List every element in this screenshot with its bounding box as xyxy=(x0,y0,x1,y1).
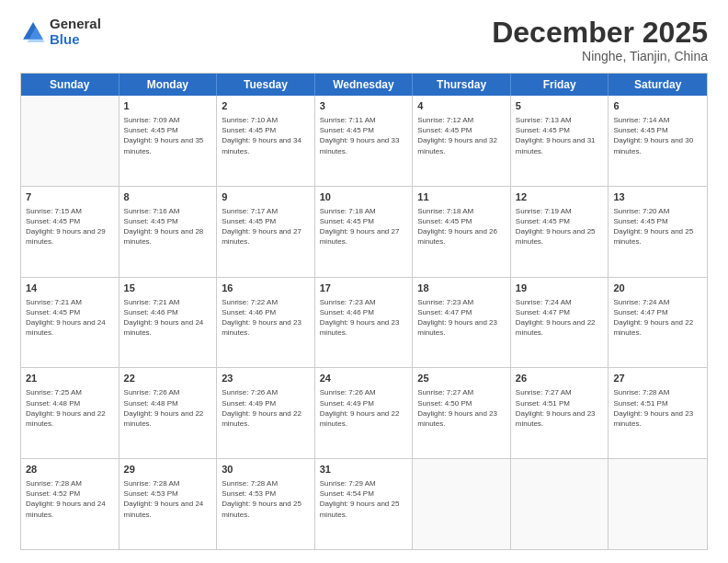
calendar-cell: 28Sunrise: 7:28 AM Sunset: 4:52 PM Dayli… xyxy=(21,459,119,549)
day-info: Sunrise: 7:27 AM Sunset: 4:50 PM Dayligh… xyxy=(417,387,506,429)
calendar-cell: 14Sunrise: 7:21 AM Sunset: 4:45 PM Dayli… xyxy=(21,278,119,368)
title-block: December 2025 Ninghe, Tianjin, China xyxy=(492,17,708,63)
day-info: Sunrise: 7:16 AM Sunset: 4:45 PM Dayligh… xyxy=(124,206,212,247)
day-info: Sunrise: 7:19 AM Sunset: 4:45 PM Dayligh… xyxy=(516,206,604,247)
header: General Blue December 2025 Ninghe, Tianj… xyxy=(20,17,708,63)
calendar-cell: 9Sunrise: 7:17 AM Sunset: 4:45 PM Daylig… xyxy=(217,187,315,277)
day-info: Sunrise: 7:10 AM Sunset: 4:45 PM Dayligh… xyxy=(222,115,310,156)
day-info: Sunrise: 7:18 AM Sunset: 4:45 PM Dayligh… xyxy=(417,206,506,247)
day-info: Sunrise: 7:15 AM Sunset: 4:45 PM Dayligh… xyxy=(26,206,114,247)
calendar-cell xyxy=(413,459,511,549)
day-info: Sunrise: 7:24 AM Sunset: 4:47 PM Dayligh… xyxy=(516,297,604,339)
calendar-cell: 2Sunrise: 7:10 AM Sunset: 4:45 PM Daylig… xyxy=(217,96,315,186)
calendar-header-cell: Saturday xyxy=(609,74,707,96)
calendar-cell: 10Sunrise: 7:18 AM Sunset: 4:45 PM Dayli… xyxy=(315,187,414,277)
day-info: Sunrise: 7:28 AM Sunset: 4:53 PM Dayligh… xyxy=(222,478,310,520)
day-number: 31 xyxy=(320,463,408,477)
logo-general: General xyxy=(50,17,101,32)
day-number: 1 xyxy=(124,99,212,113)
calendar-body: 1Sunrise: 7:09 AM Sunset: 4:45 PM Daylig… xyxy=(21,96,707,549)
calendar-cell: 3Sunrise: 7:11 AM Sunset: 4:45 PM Daylig… xyxy=(315,96,414,186)
calendar-cell xyxy=(609,459,707,549)
day-info: Sunrise: 7:25 AM Sunset: 4:48 PM Dayligh… xyxy=(26,387,114,429)
calendar-cell: 5Sunrise: 7:13 AM Sunset: 4:45 PM Daylig… xyxy=(511,96,609,186)
day-number: 23 xyxy=(222,372,310,385)
day-number: 15 xyxy=(124,282,212,295)
calendar-cell: 6Sunrise: 7:14 AM Sunset: 4:45 PM Daylig… xyxy=(609,96,707,186)
day-info: Sunrise: 7:24 AM Sunset: 4:47 PM Dayligh… xyxy=(613,297,702,339)
day-number: 2 xyxy=(222,99,310,113)
calendar-cell: 29Sunrise: 7:28 AM Sunset: 4:53 PM Dayli… xyxy=(119,459,218,549)
calendar-cell xyxy=(21,96,119,186)
day-info: Sunrise: 7:17 AM Sunset: 4:45 PM Dayligh… xyxy=(222,206,310,247)
calendar-week: 21Sunrise: 7:25 AM Sunset: 4:48 PM Dayli… xyxy=(21,368,707,459)
calendar-week: 28Sunrise: 7:28 AM Sunset: 4:52 PM Dayli… xyxy=(21,459,707,549)
day-number: 14 xyxy=(26,282,114,295)
calendar-cell: 19Sunrise: 7:24 AM Sunset: 4:47 PM Dayli… xyxy=(511,278,609,368)
day-info: Sunrise: 7:11 AM Sunset: 4:45 PM Dayligh… xyxy=(320,115,408,156)
day-number: 26 xyxy=(516,372,604,385)
calendar-header-cell: Tuesday xyxy=(217,74,315,96)
day-number: 22 xyxy=(124,372,212,385)
calendar-cell: 1Sunrise: 7:09 AM Sunset: 4:45 PM Daylig… xyxy=(119,96,218,186)
day-info: Sunrise: 7:14 AM Sunset: 4:45 PM Dayligh… xyxy=(613,115,702,156)
calendar-cell xyxy=(511,459,609,549)
day-info: Sunrise: 7:12 AM Sunset: 4:45 PM Dayligh… xyxy=(417,115,506,156)
day-info: Sunrise: 7:28 AM Sunset: 4:52 PM Dayligh… xyxy=(26,478,114,520)
day-number: 30 xyxy=(222,463,310,477)
page: General Blue December 2025 Ninghe, Tianj… xyxy=(0,0,728,563)
day-info: Sunrise: 7:27 AM Sunset: 4:51 PM Dayligh… xyxy=(516,387,604,429)
calendar-cell: 21Sunrise: 7:25 AM Sunset: 4:48 PM Dayli… xyxy=(21,368,119,458)
calendar-cell: 23Sunrise: 7:26 AM Sunset: 4:49 PM Dayli… xyxy=(217,368,315,458)
calendar-cell: 4Sunrise: 7:12 AM Sunset: 4:45 PM Daylig… xyxy=(413,96,511,186)
day-info: Sunrise: 7:26 AM Sunset: 4:49 PM Dayligh… xyxy=(222,387,310,429)
day-number: 7 xyxy=(26,190,114,204)
day-number: 4 xyxy=(417,99,506,113)
day-info: Sunrise: 7:20 AM Sunset: 4:45 PM Dayligh… xyxy=(613,206,702,247)
logo: General Blue xyxy=(20,17,101,47)
day-info: Sunrise: 7:26 AM Sunset: 4:48 PM Dayligh… xyxy=(124,387,212,429)
calendar-cell: 17Sunrise: 7:23 AM Sunset: 4:46 PM Dayli… xyxy=(315,278,414,368)
day-info: Sunrise: 7:26 AM Sunset: 4:49 PM Dayligh… xyxy=(320,387,408,429)
calendar-week: 7Sunrise: 7:15 AM Sunset: 4:45 PM Daylig… xyxy=(21,187,707,278)
day-number: 16 xyxy=(222,282,310,295)
calendar-cell: 27Sunrise: 7:28 AM Sunset: 4:51 PM Dayli… xyxy=(609,368,707,458)
day-number: 9 xyxy=(222,190,310,204)
day-info: Sunrise: 7:23 AM Sunset: 4:46 PM Dayligh… xyxy=(320,297,408,339)
day-number: 21 xyxy=(26,372,114,385)
day-number: 18 xyxy=(417,282,506,295)
calendar-cell: 22Sunrise: 7:26 AM Sunset: 4:48 PM Dayli… xyxy=(119,368,218,458)
calendar-header-cell: Sunday xyxy=(21,74,119,96)
day-info: Sunrise: 7:13 AM Sunset: 4:45 PM Dayligh… xyxy=(516,115,604,156)
day-info: Sunrise: 7:21 AM Sunset: 4:46 PM Dayligh… xyxy=(124,297,212,339)
day-number: 27 xyxy=(613,372,702,385)
day-info: Sunrise: 7:21 AM Sunset: 4:45 PM Dayligh… xyxy=(26,297,114,339)
logo-text: General Blue xyxy=(50,17,101,47)
logo-blue: Blue xyxy=(50,32,101,48)
calendar-cell: 16Sunrise: 7:22 AM Sunset: 4:46 PM Dayli… xyxy=(217,278,315,368)
day-number: 19 xyxy=(516,282,604,295)
calendar-header-cell: Monday xyxy=(119,74,218,96)
day-number: 13 xyxy=(613,190,702,204)
calendar-header-cell: Thursday xyxy=(413,74,511,96)
calendar-cell: 25Sunrise: 7:27 AM Sunset: 4:50 PM Dayli… xyxy=(413,368,511,458)
calendar-cell: 20Sunrise: 7:24 AM Sunset: 4:47 PM Dayli… xyxy=(609,278,707,368)
day-number: 25 xyxy=(417,372,506,385)
calendar-cell: 30Sunrise: 7:28 AM Sunset: 4:53 PM Dayli… xyxy=(217,459,315,549)
calendar-header-row: SundayMondayTuesdayWednesdayThursdayFrid… xyxy=(21,74,707,96)
day-info: Sunrise: 7:29 AM Sunset: 4:54 PM Dayligh… xyxy=(320,478,408,520)
day-info: Sunrise: 7:09 AM Sunset: 4:45 PM Dayligh… xyxy=(124,115,212,156)
day-number: 3 xyxy=(320,99,408,113)
day-number: 29 xyxy=(124,463,212,477)
day-info: Sunrise: 7:28 AM Sunset: 4:53 PM Dayligh… xyxy=(124,478,212,520)
calendar-cell: 31Sunrise: 7:29 AM Sunset: 4:54 PM Dayli… xyxy=(315,459,414,549)
calendar-cell: 26Sunrise: 7:27 AM Sunset: 4:51 PM Dayli… xyxy=(511,368,609,458)
calendar-cell: 11Sunrise: 7:18 AM Sunset: 4:45 PM Dayli… xyxy=(413,187,511,277)
day-info: Sunrise: 7:28 AM Sunset: 4:51 PM Dayligh… xyxy=(613,387,702,429)
calendar-subtitle: Ninghe, Tianjin, China xyxy=(492,49,708,63)
calendar-week: 14Sunrise: 7:21 AM Sunset: 4:45 PM Dayli… xyxy=(21,278,707,369)
logo-icon xyxy=(20,19,46,45)
day-number: 5 xyxy=(516,99,604,113)
calendar-title: December 2025 xyxy=(492,17,708,49)
day-number: 10 xyxy=(320,190,408,204)
